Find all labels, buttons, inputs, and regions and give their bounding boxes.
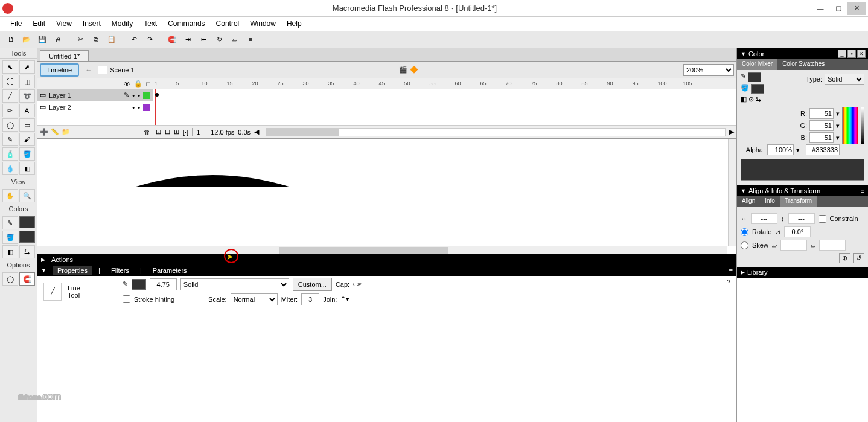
eraser-tool[interactable]: ◧ <box>19 162 35 175</box>
delete-layer-button[interactable]: 🗑 <box>144 129 150 136</box>
panel-options-icon[interactable]: ≡ <box>861 188 864 194</box>
rotate-radio[interactable] <box>741 228 748 236</box>
height-input[interactable] <box>788 213 815 224</box>
edit-symbols-icon[interactable]: 🔶 <box>410 66 418 74</box>
cap-icon[interactable]: ⬭▾ <box>353 280 362 288</box>
help-icon[interactable]: ? <box>727 278 730 286</box>
selection-tool[interactable]: ⬉ <box>2 60 18 74</box>
skew-button[interactable]: ⏥ <box>228 32 242 46</box>
dot-icon[interactable]: • <box>132 92 135 99</box>
maximize-button[interactable]: ▢ <box>829 2 847 15</box>
center-frame-button[interactable]: ⊡ <box>156 128 161 136</box>
line-tool[interactable]: ╱ <box>2 89 18 103</box>
text-tool[interactable]: A <box>19 104 35 117</box>
onion-outline-button[interactable]: ⊞ <box>174 128 179 136</box>
menu-view[interactable]: View <box>51 18 77 30</box>
add-folder-button[interactable]: 📁 <box>62 128 70 136</box>
doc-minimize-button[interactable]: _ <box>838 50 846 58</box>
b-input[interactable] <box>809 132 834 143</box>
paint-bucket-tool[interactable]: 🪣 <box>19 147 35 161</box>
dot-icon[interactable]: • <box>138 92 140 99</box>
g-input[interactable] <box>809 120 834 131</box>
spinner-icon[interactable]: ▾ <box>836 110 840 118</box>
rectangle-tool[interactable]: ▭ <box>19 118 35 132</box>
paste-button[interactable]: 📋 <box>104 32 119 46</box>
stage-hscrollbar[interactable] <box>37 246 727 254</box>
stroke-color-swatch[interactable] <box>19 216 35 228</box>
fill-color-swatch[interactable] <box>19 231 35 243</box>
stage-vscrollbar[interactable] <box>728 139 736 246</box>
menu-control[interactable]: Control <box>211 18 245 30</box>
align-tab[interactable]: Align <box>737 196 760 207</box>
back-button[interactable]: ← <box>81 66 95 74</box>
frames-area[interactable] <box>153 89 736 125</box>
fill-type-select[interactable]: Solid <box>825 74 864 85</box>
parameters-tab[interactable]: Parameters <box>148 266 192 275</box>
zoom-tool[interactable]: 🔍 <box>19 189 35 202</box>
eyedropper-tool[interactable]: 💧 <box>2 162 18 175</box>
color-swatches-tab[interactable]: Color Swatches <box>777 59 829 70</box>
layer-row[interactable]: ▭Layer 1✎•• <box>37 89 153 101</box>
spinner-icon[interactable]: ▾ <box>836 134 840 142</box>
add-guide-button[interactable]: 📏 <box>51 128 59 136</box>
snap-obj-button[interactable]: ⇥ <box>180 32 195 46</box>
default-colors-icon[interactable]: ◧ <box>741 95 747 103</box>
width-input[interactable] <box>751 213 777 224</box>
add-layer-button[interactable]: ➕ <box>40 128 48 136</box>
skew-radio[interactable] <box>741 241 748 249</box>
menu-insert[interactable]: Insert <box>77 18 106 30</box>
cut-button[interactable]: ✂ <box>73 32 88 46</box>
print-button[interactable]: 🖨 <box>51 32 65 46</box>
doc-close-button[interactable]: ✕ <box>857 50 866 58</box>
color-picker[interactable] <box>842 107 858 144</box>
lock-icon[interactable]: 🔒 <box>134 80 142 88</box>
skew-h-input[interactable] <box>780 240 807 251</box>
edit-multiple-button[interactable]: [·] <box>183 129 188 136</box>
no-color-icon[interactable]: ⊘ <box>748 95 754 103</box>
rotate-input[interactable] <box>784 226 811 237</box>
constrain-checkbox[interactable] <box>819 215 826 223</box>
menu-text[interactable]: Text <box>138 18 162 30</box>
stroke-swatch[interactable] <box>748 72 761 82</box>
snap-align-button[interactable]: ⇤ <box>196 32 211 46</box>
menu-help[interactable]: Help <box>281 18 307 30</box>
edit-scene-icon[interactable]: 🎬 <box>399 66 407 74</box>
miter-input[interactable] <box>301 293 319 305</box>
gradient-transform-tool[interactable]: ◫ <box>19 75 35 88</box>
stroke-hinting-checkbox[interactable] <box>123 295 130 303</box>
stage[interactable] <box>37 139 736 254</box>
outline-icon[interactable]: □ <box>146 80 150 88</box>
lasso-tool[interactable]: ➰ <box>19 89 35 103</box>
scene-name[interactable]: Scene 1 <box>110 66 134 74</box>
copy-button[interactable]: ⧉ <box>89 32 103 46</box>
dot-icon[interactable]: • <box>132 104 135 111</box>
brightness-slider[interactable] <box>861 107 864 144</box>
library-panel-header[interactable]: ▶Library <box>737 267 868 278</box>
panel-options-icon[interactable]: ≡ <box>729 267 733 274</box>
timeline-toggle-button[interactable]: Timeline <box>40 63 79 77</box>
hex-input[interactable] <box>806 144 840 155</box>
rotate-button[interactable]: ↻ <box>212 32 226 46</box>
actions-panel-header[interactable]: ▶ Actions <box>37 254 736 265</box>
swap-colors-button[interactable]: ⇆ <box>19 245 35 258</box>
properties-tab[interactable]: Properties <box>53 266 92 275</box>
new-button[interactable]: 🗋 <box>4 32 18 46</box>
pen-tool[interactable]: ✑ <box>2 104 18 117</box>
custom-stroke-button[interactable]: Custom... <box>293 278 332 291</box>
layer-color[interactable] <box>143 104 150 111</box>
stroke-style-select[interactable]: Solid <box>180 278 289 290</box>
eye-icon[interactable]: 👁 <box>124 80 130 88</box>
ink-bottle-tool[interactable]: 🧴 <box>2 147 18 161</box>
scrub-left-button[interactable]: ◀ <box>254 128 259 136</box>
menu-file[interactable]: File <box>5 18 27 30</box>
layer-row[interactable]: ▭Layer 2•• <box>37 101 153 113</box>
swap-icon[interactable]: ⇆ <box>756 95 761 103</box>
redo-button[interactable]: ↷ <box>142 32 157 46</box>
save-button[interactable]: 💾 <box>35 32 49 46</box>
transform-tab[interactable]: Transform <box>780 196 817 207</box>
stroke-width-input[interactable] <box>150 278 177 290</box>
r-input[interactable] <box>809 108 834 119</box>
option-snap[interactable]: 🧲 <box>19 272 35 286</box>
align-button[interactable]: ≡ <box>243 32 258 46</box>
close-button[interactable]: ✕ <box>847 2 866 15</box>
